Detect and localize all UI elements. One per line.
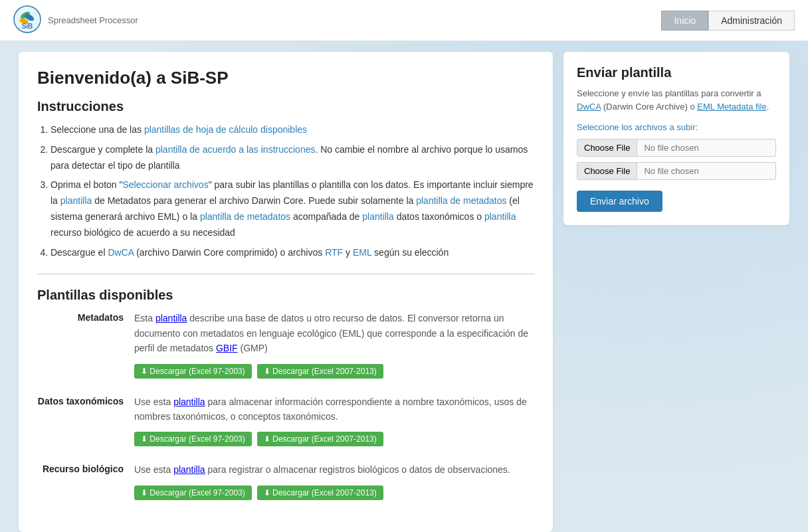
sidebar-desc: Seleccione y envíe las plantillas para c…: [577, 87, 776, 113]
instruction-4: Descargue el DwCA (archivo Darwin Core c…: [50, 245, 534, 261]
header-nav: Inicio Administración: [661, 11, 795, 31]
svg-text:SiB: SiB: [22, 23, 33, 30]
plantilla-row-biologico: Recurso biológico Use esta plantilla par…: [37, 462, 534, 499]
link-plantilla-meta[interactable]: plantilla de metadatos: [416, 195, 506, 206]
btn-download-bio-97[interactable]: Descargar (Excel 97-2003): [134, 486, 252, 500]
instructions-list: Seleccione una de las plantillas de hoja…: [37, 122, 534, 260]
plantilla-label-metadatos: Metadatos: [37, 311, 124, 323]
link-plantilla-tax[interactable]: plantilla: [362, 211, 393, 222]
link-instrucciones[interactable]: instrucciones: [261, 144, 316, 155]
file-choose-btn-1[interactable]: Choose File: [577, 139, 637, 156]
link-meta-plantilla[interactable]: plantilla: [155, 313, 187, 323]
link-gbif[interactable]: GBIF: [216, 343, 238, 353]
plantillas-title: Plantillas disponibles: [37, 288, 534, 303]
plantilla-content-taxonomicos: Use esta plantilla para almacenar inform…: [134, 395, 534, 447]
plantilla-label-taxonomicos: Datos taxonómicos: [37, 395, 124, 406]
nav-admin[interactable]: Administración: [708, 11, 795, 31]
plantilla-row-metadatos: Metadatos Esta plantilla describe una ba…: [37, 311, 534, 378]
link-rtf[interactable]: RTF: [325, 247, 343, 258]
link-bio-plantilla[interactable]: plantilla: [173, 464, 205, 475]
link-dwca[interactable]: DwCA: [108, 247, 134, 258]
link-plantilla-bio[interactable]: plantilla: [484, 211, 516, 222]
file-no-chosen-1: No file chosen: [637, 139, 775, 156]
link-tax-plantilla[interactable]: plantilla: [173, 397, 205, 407]
plantilla-label-biologico: Recurso biológico: [37, 462, 124, 474]
plantillas-section: Metadatos Esta plantilla describe una ba…: [37, 311, 534, 499]
plantilla-content-biologico: Use esta plantilla para registrar o alma…: [134, 462, 534, 499]
plantilla-content-metadatos: Esta plantilla describe una base de dato…: [134, 311, 534, 378]
main-layout: Bienvenido(a) a SiB-SP Instrucciones Sel…: [5, 41, 803, 532]
instruction-3: Oprima el boton "Seleccionar archivos" p…: [50, 177, 534, 240]
link-eml[interactable]: EML: [353, 247, 371, 258]
btn-download-tax-97[interactable]: Descargar (Excel 97-2003): [134, 432, 252, 446]
taxonomicos-desc: Use esta plantilla para almacenar inform…: [134, 395, 534, 424]
btn-download-metadatos-97[interactable]: Descargar (Excel 97-2003): [134, 364, 252, 379]
instruction-2: Descargue y complete la plantilla de acu…: [50, 142, 534, 174]
btn-send[interactable]: Enviar archivo: [577, 191, 662, 212]
page-title: Bienvenido(a) a SiB-SP: [37, 68, 534, 88]
header-left: SiB Spreadsheet Processor: [13, 5, 138, 35]
link-plantilla3[interactable]: plantilla: [60, 195, 92, 206]
btn-download-metadatos-2007[interactable]: Descargar (Excel 2007-2013): [257, 364, 383, 379]
link-seleccionar[interactable]: Seleccionar archivos: [122, 179, 208, 190]
divider: [37, 274, 534, 274]
link-eml-sidebar[interactable]: EML Metadata file: [697, 102, 766, 112]
app-header: SiB Spreadsheet Processor Inicio Adminis…: [0, 0, 808, 41]
right-panel: Enviar plantilla Seleccione y envíe las …: [563, 52, 789, 225]
link-plantillas[interactable]: plantillas de hoja de cálculo disponible…: [144, 124, 307, 135]
nav-inicio[interactable]: Inicio: [661, 11, 708, 31]
btn-download-bio-2007[interactable]: Descargar (Excel 2007-2013): [257, 486, 383, 500]
metadatos-desc: Esta plantilla describe una base de dato…: [134, 311, 534, 355]
upload-label: Seleccione los archivos a subir:: [577, 122, 776, 132]
file-choose-btn-2[interactable]: Choose File: [577, 163, 637, 179]
file-input-row-1: Choose File No file chosen: [577, 139, 776, 157]
app-subtitle: Spreadsheet Processor: [48, 15, 138, 25]
sib-logo: SiB: [13, 5, 41, 35]
sidebar-title: Enviar plantilla: [577, 65, 776, 80]
file-no-chosen-2: No file chosen: [637, 163, 775, 179]
instruction-1: Seleccione una de las plantillas de hoja…: [50, 122, 534, 138]
link-plantilla2[interactable]: plantilla de acuerdo a las: [155, 144, 258, 155]
btn-download-tax-2007[interactable]: Descargar (Excel 2007-2013): [257, 432, 383, 446]
left-panel: Bienvenido(a) a SiB-SP Instrucciones Sel…: [19, 52, 553, 532]
link-dwca-sidebar[interactable]: DwCA: [577, 102, 601, 112]
link-plantilla-meta2[interactable]: plantilla de metadatos: [200, 211, 290, 222]
plantilla-row-taxonomicos: Datos taxonómicos Use esta plantilla par…: [37, 395, 534, 447]
biologico-desc: Use esta plantilla para registrar o alma…: [134, 462, 534, 477]
file-input-row-2: Choose File No file chosen: [577, 162, 776, 180]
instructions-title: Instrucciones: [37, 99, 534, 114]
